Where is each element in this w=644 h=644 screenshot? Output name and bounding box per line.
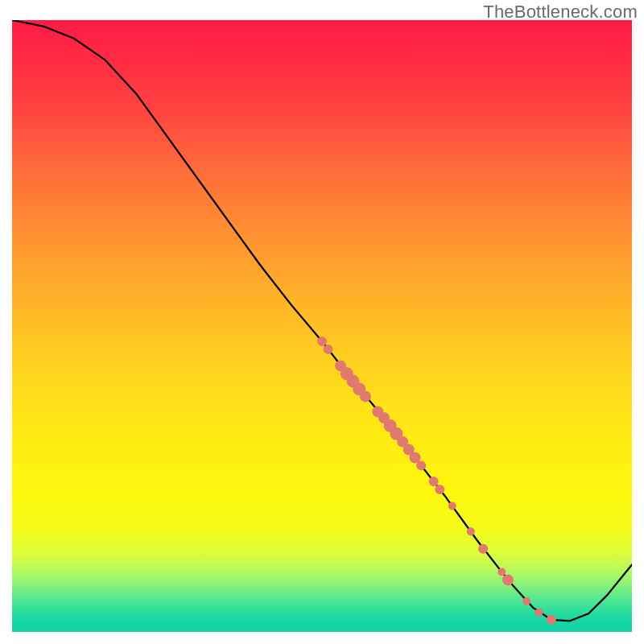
data-marker bbox=[467, 527, 475, 535]
data-marker bbox=[448, 502, 456, 510]
data-marker bbox=[497, 568, 506, 576]
data-marker bbox=[502, 574, 514, 585]
chart-container: TheBottleneck.com bbox=[0, 0, 644, 644]
data-marker bbox=[360, 390, 371, 402]
data-marker bbox=[317, 336, 327, 346]
data-marker bbox=[324, 345, 333, 354]
data-marker bbox=[522, 597, 530, 605]
plot-area bbox=[12, 20, 632, 632]
data-marker bbox=[547, 615, 556, 625]
watermark-text: TheBottleneck.com bbox=[483, 2, 638, 23]
data-marker bbox=[478, 544, 488, 554]
markers-group bbox=[317, 336, 556, 625]
data-marker bbox=[416, 460, 426, 470]
data-marker bbox=[535, 609, 543, 617]
curve-line bbox=[12, 20, 632, 621]
data-marker bbox=[435, 485, 444, 494]
data-marker bbox=[429, 477, 439, 486]
chart-svg bbox=[12, 20, 632, 632]
